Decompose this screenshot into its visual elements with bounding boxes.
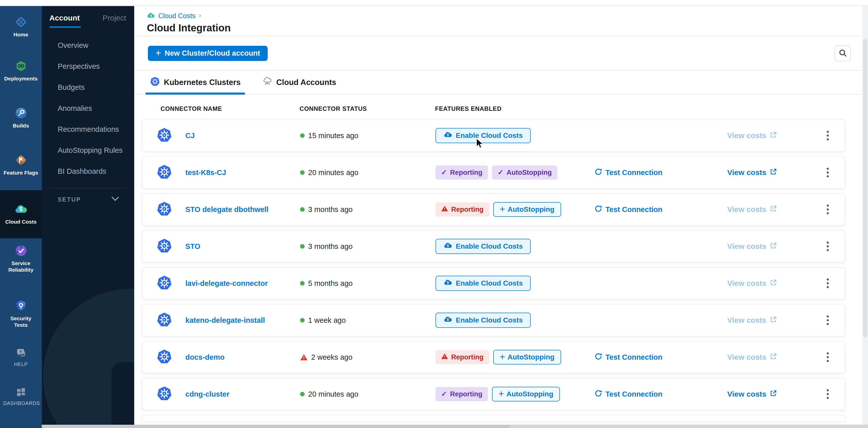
enable-cloud-costs-button[interactable]: $Enable Cloud Costs bbox=[436, 128, 531, 143]
row-menu-button[interactable] bbox=[824, 165, 832, 180]
refresh-icon bbox=[594, 205, 602, 215]
view-costs-link[interactable]: View costs bbox=[727, 168, 811, 177]
enable-cloud-costs-button[interactable]: $Enable Cloud Costs bbox=[436, 239, 531, 254]
rail-item-service-reliability[interactable]: Service Reliability bbox=[0, 245, 42, 273]
vertical-scrollbar[interactable] bbox=[862, 6, 868, 425]
row-menu-button[interactable] bbox=[824, 275, 832, 291]
sidebar-item-budgets[interactable]: Budgets bbox=[42, 77, 134, 98]
test-connection-label: Test Connection bbox=[606, 353, 662, 361]
enable-cloud-costs-button[interactable]: $Enable Cloud Costs bbox=[436, 276, 531, 291]
status-ok-dot bbox=[300, 318, 305, 323]
tab-cloud-accounts[interactable]: Cloud Accounts bbox=[258, 71, 341, 94]
features-cell: Reporting+AutoStopping bbox=[436, 202, 594, 217]
sidebar-item-bi-dashboards[interactable]: BI Dashboards bbox=[42, 161, 134, 182]
table-row: kateno-delegate-install 1 week ago $Enab… bbox=[142, 304, 845, 336]
test-connection-link[interactable]: Test Connection bbox=[594, 205, 727, 215]
search-button[interactable] bbox=[835, 45, 851, 61]
connector-status: 20 minutes ago bbox=[300, 390, 436, 398]
rail-item-home[interactable]: Home bbox=[0, 16, 42, 38]
rail-item-security-tests[interactable]: Security Tests bbox=[0, 300, 42, 329]
view-costs-link[interactable]: View costs bbox=[727, 279, 811, 288]
row-menu-button[interactable] bbox=[824, 386, 832, 402]
tab-kubernetes-clusters[interactable]: Kubernetes Clusters bbox=[146, 71, 245, 94]
view-costs-link[interactable]: View costs bbox=[727, 242, 811, 251]
view-costs-label: View costs bbox=[727, 279, 767, 288]
reporting-error-badge: Reporting bbox=[436, 202, 489, 217]
rail-item-cloud-costs[interactable]: $ Cloud Costs bbox=[0, 190, 42, 238]
connector-name-link[interactable]: CJ bbox=[185, 132, 300, 140]
view-costs-label: View costs bbox=[727, 205, 767, 214]
add-autostopping-button[interactable]: +AutoStopping bbox=[493, 202, 561, 217]
sidebar-item-recommendations[interactable]: Recommendations bbox=[42, 119, 134, 140]
view-costs-link[interactable]: View costs bbox=[727, 316, 811, 325]
connector-name-link[interactable]: lavi-delegate-connector bbox=[185, 279, 300, 288]
sidebar-item-perspectives[interactable]: Perspectives bbox=[42, 56, 134, 77]
rail-item-label: Home bbox=[13, 31, 28, 38]
connector-name-link[interactable]: STO delegate dbothwell bbox=[185, 205, 300, 214]
connector-name-link[interactable]: STO bbox=[185, 242, 300, 251]
rail-item-dashboards[interactable]: DASHBOARDS bbox=[0, 388, 42, 406]
vertical-scrollbar-thumb[interactable] bbox=[863, 39, 867, 337]
features-cell: ✓Reporting✓AutoStopping bbox=[436, 165, 594, 179]
help-icon: ? bbox=[16, 348, 26, 359]
rail-item-help[interactable]: ? HELP bbox=[0, 348, 42, 367]
horizontal-scrollbar-thumb[interactable] bbox=[42, 425, 510, 428]
view-costs-label: View costs bbox=[727, 131, 767, 140]
connector-name-link[interactable]: docs-demo bbox=[185, 353, 300, 361]
setup-label: SETUP bbox=[58, 196, 81, 203]
rail-item-deployments[interactable]: Deployments bbox=[0, 60, 42, 82]
row-menu-button[interactable] bbox=[824, 238, 832, 254]
refresh-icon bbox=[594, 168, 602, 177]
rail-item-label: Cloud Costs bbox=[5, 219, 37, 225]
refresh-icon bbox=[594, 389, 602, 399]
status-ok-dot bbox=[300, 207, 305, 212]
scope-tabs: Account Project bbox=[42, 6, 134, 28]
connector-name-link[interactable]: test-K8s-CJ bbox=[185, 168, 300, 177]
rail-item-label: Security Tests bbox=[3, 315, 39, 329]
rail-item-builds[interactable]: Builds bbox=[0, 107, 42, 129]
kubernetes-connector-icon bbox=[156, 312, 185, 329]
cloud-costs-icon: $ bbox=[14, 203, 28, 216]
check-icon: ✓ bbox=[498, 169, 503, 176]
connector-status: 3 months ago bbox=[300, 205, 436, 214]
test-connection-link[interactable]: Test Connection bbox=[594, 168, 727, 177]
enable-cloud-costs-button[interactable]: $Enable Cloud Costs bbox=[436, 312, 531, 328]
setup-section-toggle[interactable]: SETUP bbox=[42, 189, 134, 211]
connector-name-link[interactable]: kateno-delegate-install bbox=[185, 316, 300, 325]
breadcrumb-chevron-icon: › bbox=[199, 11, 201, 20]
table-row: CJ 15 minutes ago $Enable Cloud Costs Te… bbox=[142, 120, 845, 152]
tab-label: Cloud Accounts bbox=[276, 78, 336, 87]
table-row: test-K8s-CJ 20 minutes ago ✓Reporting✓Au… bbox=[142, 156, 845, 189]
kubernetes-connector-icon bbox=[156, 164, 185, 181]
add-autostopping-button[interactable]: +AutoStopping bbox=[492, 387, 560, 401]
row-menu-button[interactable] bbox=[824, 312, 832, 328]
connector-status: 5 months ago bbox=[300, 279, 436, 288]
tab-project[interactable]: Project bbox=[102, 14, 126, 28]
rail-item-label: HELP bbox=[14, 361, 28, 367]
svg-text:$: $ bbox=[447, 281, 449, 285]
row-menu-button[interactable] bbox=[824, 202, 832, 217]
row-menu-button[interactable] bbox=[824, 349, 832, 365]
new-cluster-cloud-account-button[interactable]: + New Cluster/Cloud account bbox=[148, 46, 268, 61]
page-title: Cloud Integration bbox=[147, 22, 868, 34]
external-link-icon bbox=[770, 353, 777, 362]
connector-name-link[interactable]: cdng-cluster bbox=[185, 390, 300, 398]
rail-item-feature-flags[interactable]: Feature Flags bbox=[0, 154, 42, 176]
tab-account[interactable]: Account bbox=[50, 14, 80, 28]
row-menu-button[interactable] bbox=[824, 128, 832, 143]
test-connection-link[interactable]: Test Connection bbox=[594, 389, 727, 399]
add-autostopping-button[interactable]: +AutoStopping bbox=[493, 350, 561, 364]
sidebar-item-anomalies[interactable]: Anomalies bbox=[42, 98, 134, 119]
test-connection-link[interactable]: Test Connection bbox=[594, 352, 727, 362]
top-strip bbox=[0, 0, 868, 6]
view-costs-link[interactable]: View costs bbox=[727, 131, 811, 140]
external-link-icon bbox=[770, 242, 777, 251]
breadcrumb-cloud-costs-link[interactable]: Cloud Costs bbox=[158, 12, 195, 20]
sidebar-item-overview[interactable]: Overview bbox=[42, 35, 134, 56]
reporting-enabled-badge: ✓Reporting bbox=[436, 387, 488, 401]
view-costs-link[interactable]: View costs bbox=[727, 205, 811, 214]
view-costs-link[interactable]: View costs bbox=[727, 390, 811, 399]
sidebar-item-autostopping-rules[interactable]: AutoStopping Rules bbox=[42, 140, 134, 161]
horizontal-scrollbar[interactable] bbox=[42, 425, 868, 428]
view-costs-link[interactable]: View costs bbox=[727, 353, 811, 362]
